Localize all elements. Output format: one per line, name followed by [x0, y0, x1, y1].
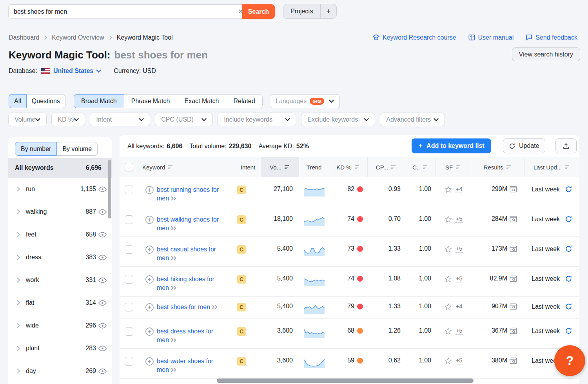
serp-features-count[interactable]: +5 — [456, 245, 462, 253]
refresh-icon[interactable] — [565, 186, 572, 193]
column-header-serp-features[interactable]: SF — [436, 157, 471, 177]
send-feedback-link[interactable]: Send feedback — [525, 34, 577, 41]
keyword-group-item[interactable]: wide 296 — [8, 314, 112, 337]
keyword-group-item[interactable]: work 331 — [8, 269, 112, 291]
tab-all[interactable]: All — [9, 94, 27, 108]
keyword-group-item[interactable]: dress 383 — [8, 246, 112, 269]
expand-keyword-icon[interactable] — [171, 284, 177, 293]
tab-broad-match[interactable]: Broad Match — [74, 94, 124, 108]
sidebar-scrollbar[interactable] — [108, 160, 111, 218]
view-search-history-button[interactable]: View search history — [512, 47, 580, 61]
eye-icon[interactable] — [98, 368, 107, 374]
serp-features-count[interactable]: +5 — [456, 275, 462, 282]
expand-keyword-icon[interactable] — [171, 254, 177, 263]
filter-intent[interactable]: Intent — [90, 113, 150, 126]
serp-preview-icon[interactable] — [510, 216, 517, 222]
star-icon[interactable] — [445, 328, 452, 335]
serp-features-count[interactable]: +5 — [456, 327, 462, 335]
sort-by-number-tab[interactable]: By number — [15, 142, 57, 156]
column-header-last-update[interactable]: Last Upd... — [524, 157, 579, 177]
serp-preview-icon[interactable] — [510, 303, 517, 310]
eye-icon[interactable] — [98, 209, 107, 215]
add-keyword-icon[interactable] — [145, 215, 154, 224]
row-checkbox[interactable] — [125, 245, 133, 254]
select-all-checkbox[interactable] — [125, 163, 133, 171]
serp-preview-icon[interactable] — [510, 186, 517, 193]
filter-volume[interactable]: Volume — [8, 113, 47, 126]
serp-preview-icon[interactable] — [510, 328, 517, 334]
eye-icon[interactable] — [98, 277, 107, 283]
star-icon[interactable] — [445, 275, 452, 282]
column-header-competition[interactable]: C.. — [405, 157, 436, 177]
add-keyword-icon[interactable] — [145, 275, 154, 284]
filter-advanced-filters[interactable]: Advanced filters — [380, 113, 445, 126]
serp-features-count[interactable]: +4 — [456, 303, 462, 310]
eye-icon[interactable] — [98, 323, 107, 329]
keyword-link[interactable]: best water shoes for men — [157, 357, 226, 374]
expand-keyword-icon[interactable] — [171, 224, 177, 233]
column-header-results[interactable]: Results — [471, 157, 524, 177]
projects-button[interactable]: Projects — [283, 4, 321, 18]
keyword-group-item[interactable]: run 1,135 — [8, 178, 112, 200]
star-icon[interactable] — [445, 186, 452, 193]
add-keyword-icon[interactable] — [145, 245, 154, 254]
keyword-research-course-link[interactable]: Keyword Research course — [372, 34, 456, 41]
expand-keyword-icon[interactable] — [171, 195, 177, 203]
breadcrumb-dashboard[interactable]: Dashboard — [9, 34, 39, 41]
serp-preview-icon[interactable] — [510, 246, 517, 252]
column-header-cpc[interactable]: CP... — [368, 157, 405, 177]
expand-keyword-icon[interactable] — [171, 366, 177, 375]
add-to-keyword-list-button[interactable]: +Add to keyword list — [412, 138, 491, 153]
filter-exclude-keywords[interactable]: Exclude keywords — [301, 113, 375, 126]
add-keyword-icon[interactable] — [145, 303, 154, 312]
eye-icon[interactable] — [98, 346, 107, 351]
eye-icon[interactable] — [98, 186, 107, 192]
star-icon[interactable] — [445, 357, 452, 364]
star-icon[interactable] — [445, 303, 452, 310]
filter-kd-[interactable]: KD % — [51, 113, 85, 126]
serp-features-count[interactable]: +5 — [456, 357, 462, 364]
update-button[interactable]: Update — [503, 138, 545, 153]
add-project-button[interactable]: + — [321, 4, 337, 18]
row-checkbox[interactable] — [125, 186, 133, 194]
star-icon[interactable] — [445, 246, 452, 253]
refresh-icon[interactable] — [565, 327, 572, 335]
column-header-trend[interactable]: Trend — [299, 157, 329, 177]
column-header-kd[interactable]: KD % — [329, 157, 368, 177]
filter-cpc-usd-[interactable]: CPC (USD) — [155, 113, 213, 126]
add-keyword-icon[interactable] — [145, 186, 154, 195]
tab-questions[interactable]: Questions — [27, 94, 65, 108]
breadcrumb-keyword-overview[interactable]: Keyword Overview — [52, 34, 104, 41]
column-header-keyword[interactable]: Keyword — [138, 157, 235, 177]
refresh-icon[interactable] — [565, 275, 572, 282]
keyword-group-item[interactable]: flat 314 — [8, 291, 112, 314]
row-checkbox[interactable] — [125, 357, 133, 366]
keyword-link[interactable]: best dress shoes for men — [157, 327, 226, 344]
serp-preview-icon[interactable] — [510, 357, 517, 364]
sort-by-volume-tab[interactable]: By volume — [57, 142, 98, 156]
keyword-link[interactable]: best hiking shoes for men — [157, 275, 226, 292]
refresh-icon[interactable] — [565, 215, 572, 223]
keyword-group-item[interactable]: walking 887 — [8, 200, 112, 223]
column-header-intent[interactable]: Intent — [235, 157, 261, 177]
row-checkbox[interactable] — [125, 327, 133, 336]
star-icon[interactable] — [445, 216, 452, 223]
add-keyword-icon[interactable] — [145, 357, 154, 366]
help-fab-button[interactable]: ? — [554, 345, 585, 376]
expand-keyword-icon[interactable] — [212, 303, 218, 312]
eye-icon[interactable] — [98, 255, 107, 260]
keyword-group-item[interactable]: plant 283 — [8, 337, 112, 360]
export-button[interactable] — [555, 138, 577, 153]
row-checkbox[interactable] — [125, 215, 133, 224]
eye-icon[interactable] — [98, 232, 107, 238]
search-input[interactable] — [8, 4, 242, 19]
keyword-link[interactable]: best walking shoes for men — [157, 215, 226, 233]
keyword-group-item[interactable]: feet 658 — [8, 223, 112, 246]
search-button[interactable]: Search — [242, 4, 275, 19]
all-keywords-row[interactable]: All keywords 6,696 — [8, 158, 112, 178]
user-manual-link[interactable]: User manual — [468, 34, 514, 41]
add-keyword-icon[interactable] — [145, 327, 154, 336]
filter-include-keywords[interactable]: Include keywords — [218, 113, 296, 126]
column-header-volume[interactable]: Vo... — [261, 157, 299, 177]
languages-dropdown[interactable]: Languages beta — [270, 94, 340, 108]
